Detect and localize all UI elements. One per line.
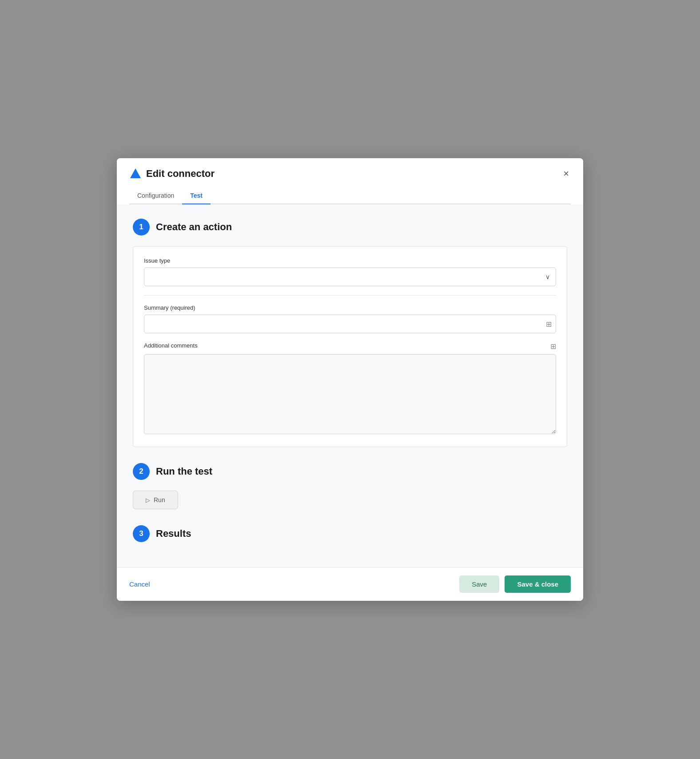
comments-textarea[interactable] (144, 354, 556, 434)
comments-doc-icon: ⊞ (550, 342, 556, 352)
step3-header: 3 Results (133, 525, 567, 542)
form-divider (144, 295, 556, 296)
play-icon: ▷ (146, 497, 150, 503)
comments-group: Additional comments ⊞ (144, 342, 556, 436)
step1-badge: 1 (133, 219, 150, 236)
modal-title-row: Edit connector × (129, 167, 571, 180)
modal-header: Edit connector × Configuration Test (117, 158, 583, 204)
modal-overlay[interactable]: Edit connector × Configuration Test 1 Cr… (0, 0, 700, 759)
summary-input[interactable] (144, 315, 556, 333)
step3-badge: 3 (133, 525, 150, 542)
tabs-row: Configuration Test (129, 188, 571, 204)
save-button[interactable]: Save (459, 575, 499, 593)
step2-section: 2 Run the test ▷ Run (133, 463, 567, 509)
step1-header: 1 Create an action (133, 219, 567, 236)
comments-icon-row: Additional comments ⊞ (144, 342, 556, 352)
tab-test[interactable]: Test (182, 188, 211, 204)
step2-badge: 2 (133, 463, 150, 480)
issue-type-select[interactable] (144, 268, 556, 286)
modal-title: Edit connector (146, 168, 215, 180)
step1-content: Issue type ∨ Summary (required) (133, 246, 567, 447)
step2-title: Run the test (156, 466, 212, 477)
step1-title: Create an action (156, 221, 232, 233)
issue-type-label: Issue type (144, 257, 556, 264)
summary-doc-icon: ⊞ (546, 320, 552, 328)
svg-marker-0 (130, 168, 141, 178)
footer-right: Save Save & close (459, 575, 571, 593)
comments-label: Additional comments (144, 342, 550, 349)
issue-type-group: Issue type ∨ (144, 257, 556, 286)
tab-configuration[interactable]: Configuration (129, 188, 182, 204)
step2-header: 2 Run the test (133, 463, 567, 480)
step3-section: 3 Results (133, 525, 567, 542)
run-button[interactable]: ▷ Run (133, 491, 178, 509)
modal-body: 1 Create an action Issue type ∨ (117, 204, 583, 567)
summary-group: Summary (required) ⊞ (144, 304, 556, 333)
step1-section: 1 Create an action Issue type ∨ (133, 219, 567, 447)
summary-input-wrapper: ⊞ (144, 315, 556, 333)
modal-title-left: Edit connector (129, 168, 215, 180)
modal-footer: Cancel Save Save & close (117, 567, 583, 601)
step3-title: Results (156, 528, 191, 539)
issue-type-select-wrapper: ∨ (144, 268, 556, 286)
connector-logo-icon (129, 168, 142, 180)
save-close-button[interactable]: Save & close (505, 575, 571, 593)
run-label: Run (154, 496, 165, 503)
cancel-button[interactable]: Cancel (129, 577, 150, 591)
summary-label: Summary (required) (144, 304, 556, 311)
edit-connector-modal: Edit connector × Configuration Test 1 Cr… (117, 158, 583, 601)
close-button[interactable]: × (561, 167, 571, 180)
